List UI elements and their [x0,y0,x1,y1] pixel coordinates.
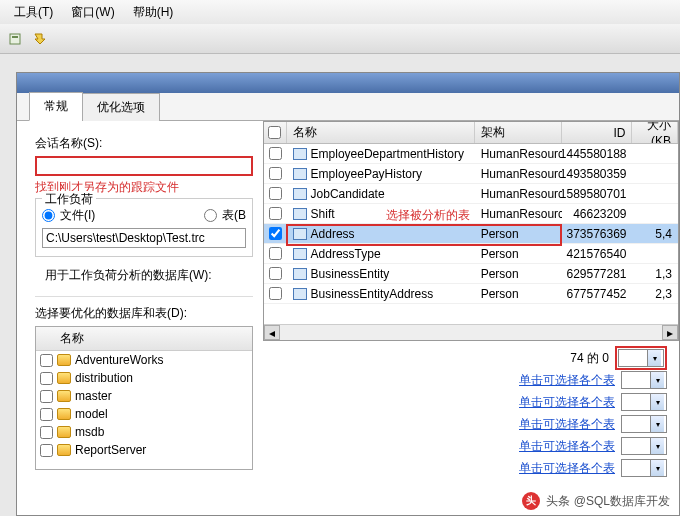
table-icon [293,268,307,280]
row-size: 1,3 [633,264,678,283]
row-schema: Person [475,284,563,303]
row-id: 1445580188 [562,144,632,163]
row-id: 1589580701 [562,184,632,203]
table-grid[interactable]: 名称 架构 ID 大小(KB EmployeeDepartmentHistory… [263,121,679,341]
row-name: AddressType [311,247,381,261]
table-row[interactable]: AddressType Person 421576540 [264,244,678,264]
col-size[interactable]: 大小(KB [632,122,678,143]
row-checkbox[interactable] [269,147,282,160]
document-window: 常规 优化选项 会话名称(S): 找到刚才另存为的跟踪文件 工作负荷 文件(I) [16,72,680,516]
table-icon [293,228,307,240]
db-name: model [75,407,108,421]
db-checkbox[interactable] [40,372,53,385]
tab-tuning-options[interactable]: 优化选项 [82,93,160,121]
grid-check-all[interactable] [268,126,281,139]
table-row[interactable]: BusinessEntityAddress Person 677577452 2… [264,284,678,304]
menu-help[interactable]: 帮助(H) [125,2,182,23]
scroll-left-icon[interactable]: ◂ [264,325,280,340]
row-checkbox[interactable] [269,187,282,200]
tabstrip: 常规 优化选项 [17,93,679,121]
db-name: master [75,389,112,403]
select-tables-link[interactable]: 单击可选择各个表 [519,460,615,477]
tables-dropdown[interactable]: ▾ [621,437,667,455]
menu-tools[interactable]: 工具(T) [6,2,61,23]
row-schema: HumanResources [475,164,563,183]
db-row[interactable]: AdventureWorks [36,351,252,369]
select-tables-link[interactable]: 单击可选择各个表 [519,372,615,389]
right-pane: 名称 架构 ID 大小(KB EmployeeDepartmentHistory… [263,121,679,515]
db-name: distribution [75,371,133,385]
scroll-right-icon[interactable]: ▸ [662,325,678,340]
row-checkbox[interactable] [269,287,282,300]
table-row[interactable]: BusinessEntity Person 629577281 1,3 [264,264,678,284]
row-size [633,204,678,223]
tab-general[interactable]: 常规 [29,92,83,121]
radio-file-label: 文件(I) [60,207,95,224]
table-icon [293,288,307,300]
tables-dropdown[interactable]: ▾ [621,459,667,477]
row-checkbox[interactable] [269,247,282,260]
radio-table-label: 表(B [222,207,246,224]
db-row[interactable]: model [36,405,252,423]
tables-dropdown[interactable]: ▾ [621,393,667,411]
row-size [633,164,678,183]
row-checkbox[interactable] [269,227,282,240]
row-checkbox[interactable] [269,267,282,280]
watermark: 头 头条 @SQL数据库开发 [522,492,670,510]
grid-scroll-horizontal[interactable]: ◂ ▸ [264,324,678,340]
db-checkbox[interactable] [40,354,53,367]
chevron-down-icon: ▾ [650,394,664,410]
table-row[interactable]: EmployeeDepartmentHistory HumanResources… [264,144,678,164]
row-name: BusinessEntity [311,267,390,281]
db-row[interactable]: msdb [36,423,252,441]
toolbar-btn-2[interactable] [30,29,50,49]
session-name-input[interactable] [35,156,253,176]
table-row[interactable]: EmployeePayHistory HumanResources 149358… [264,164,678,184]
radio-table[interactable] [204,209,217,222]
row-size [633,244,678,263]
select-tables-link[interactable]: 单击可选择各个表 [519,394,615,411]
watermark-text: 头条 @SQL数据库开发 [546,493,670,510]
tables-dropdown[interactable]: ▾ [621,371,667,389]
db-row[interactable]: master [36,387,252,405]
row-checkbox[interactable] [269,207,282,220]
row-size: 2,3 [633,284,678,303]
db-checkbox[interactable] [40,444,53,457]
row-id: 677577452 [562,284,632,303]
db-checkbox[interactable] [40,408,53,421]
col-id[interactable]: ID [562,122,632,143]
database-icon [57,444,71,456]
table-icon [293,168,307,180]
row-size: 5,4 [633,224,678,243]
file-path-input[interactable]: C:\Users\test\Desktop\Test.trc [42,228,246,248]
count-dropdown[interactable]: ▾ [618,349,664,367]
db-row[interactable]: ReportServer [36,441,252,459]
table-icon [293,208,307,220]
select-tables-link[interactable]: 单击可选择各个表 [519,416,615,433]
database-list[interactable]: 名称 AdventureWorks distribution master mo… [35,326,253,470]
row-size [633,144,678,163]
row-size [633,184,678,203]
table-row[interactable]: Address Person 373576369 5,4 [264,224,678,244]
database-icon [57,390,71,402]
annotation-select-table: 选择被分析的表 [386,207,470,224]
row-checkbox[interactable] [269,167,282,180]
db-checkbox[interactable] [40,426,53,439]
radio-file[interactable] [42,209,55,222]
workload-group: 工作负荷 文件(I) 表(B C:\Users\test\Desktop\Tes… [35,198,253,257]
db-row[interactable]: distribution [36,369,252,387]
row-name: Address [311,227,355,241]
table-row[interactable]: JobCandidate HumanResources 1589580701 [264,184,678,204]
db-checkbox[interactable] [40,390,53,403]
chevron-down-icon: ▾ [650,438,664,454]
table-row[interactable]: Shift HumanResources 46623209 [264,204,678,224]
col-name[interactable]: 名称 [287,122,475,143]
analysis-db-label: 用于工作负荷分析的数据库(W): [45,267,253,284]
tables-dropdown[interactable]: ▾ [621,415,667,433]
col-schema[interactable]: 架构 [475,122,563,143]
chevron-down-icon: ▾ [647,350,661,366]
table-icon [293,188,307,200]
menu-window[interactable]: 窗口(W) [63,2,122,23]
select-tables-link[interactable]: 单击可选择各个表 [519,438,615,455]
toolbar-btn-1[interactable] [6,29,26,49]
